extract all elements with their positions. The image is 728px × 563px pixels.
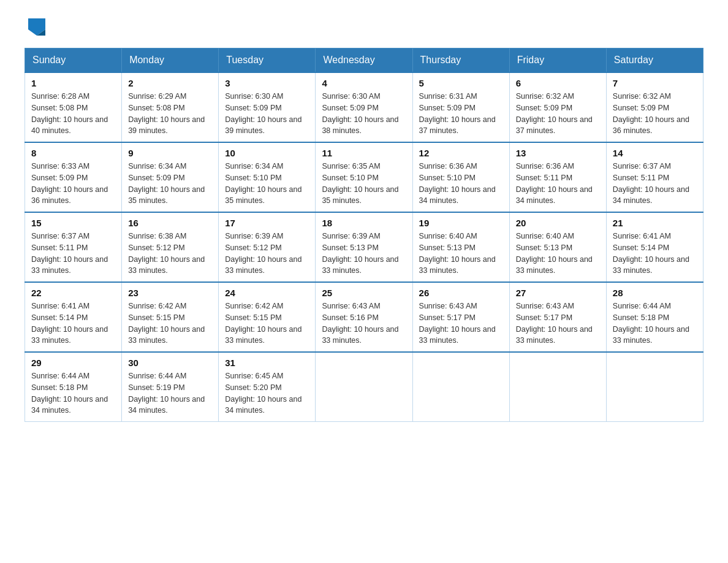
calendar-day-cell: 4Sunrise: 6:30 AMSunset: 5:09 PMDaylight… bbox=[316, 72, 412, 142]
day-number: 16 bbox=[128, 218, 212, 228]
day-number: 26 bbox=[419, 288, 503, 298]
day-info: Sunrise: 6:36 AMSunset: 5:11 PMDaylight:… bbox=[516, 161, 600, 207]
calendar-day-cell bbox=[606, 352, 703, 422]
weekday-header: Tuesday bbox=[219, 48, 316, 73]
day-number: 12 bbox=[419, 148, 503, 158]
day-number: 7 bbox=[613, 78, 697, 88]
day-info: Sunrise: 6:44 AMSunset: 5:18 PMDaylight:… bbox=[613, 301, 697, 347]
calendar-day-cell: 29Sunrise: 6:44 AMSunset: 5:18 PMDayligh… bbox=[25, 352, 122, 422]
calendar-day-cell: 6Sunrise: 6:32 AMSunset: 5:09 PMDaylight… bbox=[509, 72, 606, 142]
calendar-day-cell: 20Sunrise: 6:40 AMSunset: 5:13 PMDayligh… bbox=[509, 212, 606, 282]
day-number: 18 bbox=[322, 218, 406, 228]
day-info: Sunrise: 6:43 AMSunset: 5:17 PMDaylight:… bbox=[419, 301, 503, 347]
day-number: 24 bbox=[225, 288, 309, 298]
calendar-day-cell: 22Sunrise: 6:41 AMSunset: 5:14 PMDayligh… bbox=[25, 282, 122, 352]
page-header bbox=[25, 18, 703, 36]
calendar-day-cell: 24Sunrise: 6:42 AMSunset: 5:15 PMDayligh… bbox=[219, 282, 316, 352]
calendar-day-cell bbox=[316, 352, 412, 422]
day-number: 13 bbox=[516, 148, 600, 158]
day-number: 31 bbox=[225, 358, 309, 368]
day-number: 9 bbox=[128, 148, 212, 158]
calendar-week-row: 22Sunrise: 6:41 AMSunset: 5:14 PMDayligh… bbox=[25, 282, 703, 352]
day-info: Sunrise: 6:43 AMSunset: 5:17 PMDaylight:… bbox=[516, 301, 600, 347]
day-number: 3 bbox=[225, 78, 309, 88]
day-number: 28 bbox=[613, 288, 697, 298]
calendar-day-cell: 18Sunrise: 6:39 AMSunset: 5:13 PMDayligh… bbox=[316, 212, 412, 282]
calendar-day-cell: 5Sunrise: 6:31 AMSunset: 5:09 PMDaylight… bbox=[412, 72, 509, 142]
calendar-day-cell: 3Sunrise: 6:30 AMSunset: 5:09 PMDaylight… bbox=[219, 72, 316, 142]
calendar-day-cell: 9Sunrise: 6:34 AMSunset: 5:09 PMDaylight… bbox=[122, 142, 219, 212]
day-info: Sunrise: 6:31 AMSunset: 5:09 PMDaylight:… bbox=[419, 91, 503, 137]
day-number: 10 bbox=[225, 148, 309, 158]
calendar-day-cell: 10Sunrise: 6:34 AMSunset: 5:10 PMDayligh… bbox=[219, 142, 316, 212]
calendar-day-cell: 12Sunrise: 6:36 AMSunset: 5:10 PMDayligh… bbox=[412, 142, 509, 212]
weekday-header: Friday bbox=[509, 48, 606, 73]
day-number: 8 bbox=[31, 148, 115, 158]
day-number: 20 bbox=[516, 218, 600, 228]
calendar-day-cell: 21Sunrise: 6:41 AMSunset: 5:14 PMDayligh… bbox=[606, 212, 703, 282]
weekday-header: Saturday bbox=[606, 48, 703, 73]
day-number: 2 bbox=[128, 78, 212, 88]
calendar-day-cell: 30Sunrise: 6:44 AMSunset: 5:19 PMDayligh… bbox=[122, 352, 219, 422]
day-info: Sunrise: 6:37 AMSunset: 5:11 PMDaylight:… bbox=[31, 231, 115, 277]
calendar-day-cell: 15Sunrise: 6:37 AMSunset: 5:11 PMDayligh… bbox=[25, 212, 122, 282]
calendar-day-cell: 31Sunrise: 6:45 AMSunset: 5:20 PMDayligh… bbox=[219, 352, 316, 422]
calendar-day-cell: 2Sunrise: 6:29 AMSunset: 5:08 PMDaylight… bbox=[122, 72, 219, 142]
day-info: Sunrise: 6:44 AMSunset: 5:18 PMDaylight:… bbox=[31, 370, 115, 416]
calendar-day-cell: 26Sunrise: 6:43 AMSunset: 5:17 PMDayligh… bbox=[412, 282, 509, 352]
logo-icon bbox=[28, 18, 45, 36]
day-number: 29 bbox=[31, 358, 115, 368]
day-info: Sunrise: 6:41 AMSunset: 5:14 PMDaylight:… bbox=[613, 231, 697, 277]
logo bbox=[25, 18, 48, 36]
day-info: Sunrise: 6:34 AMSunset: 5:09 PMDaylight:… bbox=[128, 161, 212, 207]
day-number: 25 bbox=[322, 288, 406, 298]
calendar-day-cell: 23Sunrise: 6:42 AMSunset: 5:15 PMDayligh… bbox=[122, 282, 219, 352]
calendar-day-cell: 1Sunrise: 6:28 AMSunset: 5:08 PMDaylight… bbox=[25, 72, 122, 142]
day-info: Sunrise: 6:30 AMSunset: 5:09 PMDaylight:… bbox=[322, 91, 406, 137]
calendar-header-row: SundayMondayTuesdayWednesdayThursdayFrid… bbox=[25, 48, 703, 73]
day-info: Sunrise: 6:29 AMSunset: 5:08 PMDaylight:… bbox=[128, 91, 212, 137]
calendar-day-cell: 27Sunrise: 6:43 AMSunset: 5:17 PMDayligh… bbox=[509, 282, 606, 352]
weekday-header: Wednesday bbox=[316, 48, 412, 73]
calendar-week-row: 29Sunrise: 6:44 AMSunset: 5:18 PMDayligh… bbox=[25, 352, 703, 422]
day-info: Sunrise: 6:44 AMSunset: 5:19 PMDaylight:… bbox=[128, 370, 212, 416]
day-number: 1 bbox=[31, 78, 115, 88]
day-info: Sunrise: 6:40 AMSunset: 5:13 PMDaylight:… bbox=[516, 231, 600, 277]
weekday-header: Sunday bbox=[25, 48, 122, 73]
day-number: 14 bbox=[613, 148, 697, 158]
day-info: Sunrise: 6:34 AMSunset: 5:10 PMDaylight:… bbox=[225, 161, 309, 207]
day-info: Sunrise: 6:40 AMSunset: 5:13 PMDaylight:… bbox=[419, 231, 503, 277]
calendar-day-cell: 25Sunrise: 6:43 AMSunset: 5:16 PMDayligh… bbox=[316, 282, 412, 352]
day-info: Sunrise: 6:32 AMSunset: 5:09 PMDaylight:… bbox=[613, 91, 697, 137]
day-info: Sunrise: 6:43 AMSunset: 5:16 PMDaylight:… bbox=[322, 301, 406, 347]
day-number: 15 bbox=[31, 218, 115, 228]
day-info: Sunrise: 6:39 AMSunset: 5:12 PMDaylight:… bbox=[225, 231, 309, 277]
day-number: 23 bbox=[128, 288, 212, 298]
day-number: 4 bbox=[322, 78, 406, 88]
day-number: 5 bbox=[419, 78, 503, 88]
calendar-day-cell: 28Sunrise: 6:44 AMSunset: 5:18 PMDayligh… bbox=[606, 282, 703, 352]
calendar-day-cell: 17Sunrise: 6:39 AMSunset: 5:12 PMDayligh… bbox=[219, 212, 316, 282]
weekday-header: Thursday bbox=[412, 48, 509, 73]
day-number: 21 bbox=[613, 218, 697, 228]
calendar-week-row: 8Sunrise: 6:33 AMSunset: 5:09 PMDaylight… bbox=[25, 142, 703, 212]
calendar-table: SundayMondayTuesdayWednesdayThursdayFrid… bbox=[25, 48, 703, 422]
day-info: Sunrise: 6:38 AMSunset: 5:12 PMDaylight:… bbox=[128, 231, 212, 277]
day-info: Sunrise: 6:39 AMSunset: 5:13 PMDaylight:… bbox=[322, 231, 406, 277]
day-number: 19 bbox=[419, 218, 503, 228]
day-info: Sunrise: 6:42 AMSunset: 5:15 PMDaylight:… bbox=[225, 301, 309, 347]
day-info: Sunrise: 6:37 AMSunset: 5:11 PMDaylight:… bbox=[613, 161, 697, 207]
day-info: Sunrise: 6:36 AMSunset: 5:10 PMDaylight:… bbox=[419, 161, 503, 207]
day-info: Sunrise: 6:35 AMSunset: 5:10 PMDaylight:… bbox=[322, 161, 406, 207]
calendar-day-cell: 19Sunrise: 6:40 AMSunset: 5:13 PMDayligh… bbox=[412, 212, 509, 282]
calendar-day-cell bbox=[509, 352, 606, 422]
calendar-day-cell: 14Sunrise: 6:37 AMSunset: 5:11 PMDayligh… bbox=[606, 142, 703, 212]
day-info: Sunrise: 6:30 AMSunset: 5:09 PMDaylight:… bbox=[225, 91, 309, 137]
day-info: Sunrise: 6:32 AMSunset: 5:09 PMDaylight:… bbox=[516, 91, 600, 137]
calendar-day-cell: 7Sunrise: 6:32 AMSunset: 5:09 PMDaylight… bbox=[606, 72, 703, 142]
calendar-day-cell bbox=[412, 352, 509, 422]
day-number: 6 bbox=[516, 78, 600, 88]
calendar-week-row: 15Sunrise: 6:37 AMSunset: 5:11 PMDayligh… bbox=[25, 212, 703, 282]
day-number: 27 bbox=[516, 288, 600, 298]
day-info: Sunrise: 6:45 AMSunset: 5:20 PMDaylight:… bbox=[225, 370, 309, 416]
